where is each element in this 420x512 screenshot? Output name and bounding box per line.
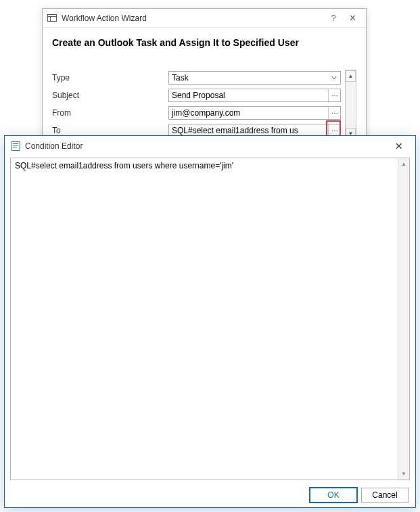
condition-editor-panel: SQL#select email1address from users wher… [10,158,410,480]
field-row-subject: Subject Send Proposal ⋯ [52,87,341,103]
editor-scrollbar[interactable]: ▲ ▼ [398,158,409,480]
from-input[interactable]: jim@company.com ⋯ [168,106,341,120]
close-button[interactable]: ✕ [343,11,362,25]
from-value: jim@company.com [169,108,328,118]
chevron-down-icon[interactable] [328,72,340,84]
svg-rect-0 [48,14,57,21]
label-subject: Subject [52,91,168,100]
svg-rect-3 [11,142,20,151]
ellipsis-icon[interactable]: ⋯ [328,89,340,101]
condition-titlebar: Condition Editor ✕ [5,136,415,156]
field-row-from: From jim@company.com ⋯ [52,105,341,121]
ok-button[interactable]: OK [310,488,357,503]
condition-text-input[interactable]: SQL#select email1address from users wher… [11,158,398,480]
condition-editor-window: Condition Editor ✕ SQL#select email1addr… [4,135,416,508]
wizard-title-text: Workflow Action Wizard [62,14,147,23]
help-button[interactable]: ? [324,11,343,25]
type-dropdown[interactable]: Task [168,71,341,85]
label-from: From [52,108,168,118]
wizard-heading: Create an Outlook Task and Assign It to … [52,37,356,48]
form-scrollbar[interactable]: ▲ ▼ [345,70,356,140]
scroll-up-icon[interactable]: ▲ [346,70,356,82]
label-to: To [52,126,168,135]
scroll-up-icon[interactable]: ▲ [398,158,409,170]
wizard-form: Type Task Subject Send Proposal ⋯ [52,70,341,140]
scroll-down-icon[interactable]: ▼ [398,468,409,480]
condition-footer: OK Cancel [5,483,415,507]
wizard-body: Create an Outlook Task and Assign It to … [43,28,366,140]
ellipsis-icon[interactable]: ⋯ [328,107,340,119]
field-row-type: Type Task [52,70,341,86]
editor-icon [10,141,21,152]
wizard-titlebar: Workflow Action Wizard ? ✕ [43,9,366,28]
type-value: Task [169,73,328,83]
condition-title-text: Condition Editor [25,141,83,151]
label-type: Type [52,73,168,83]
subject-value: Send Proposal [169,91,328,100]
close-button[interactable]: ✕ [386,138,413,154]
cancel-button[interactable]: Cancel [361,488,409,503]
to-value: SQL#select email1address from us [169,126,328,135]
wizard-icon [47,13,57,24]
subject-input[interactable]: Send Proposal ⋯ [168,89,341,102]
